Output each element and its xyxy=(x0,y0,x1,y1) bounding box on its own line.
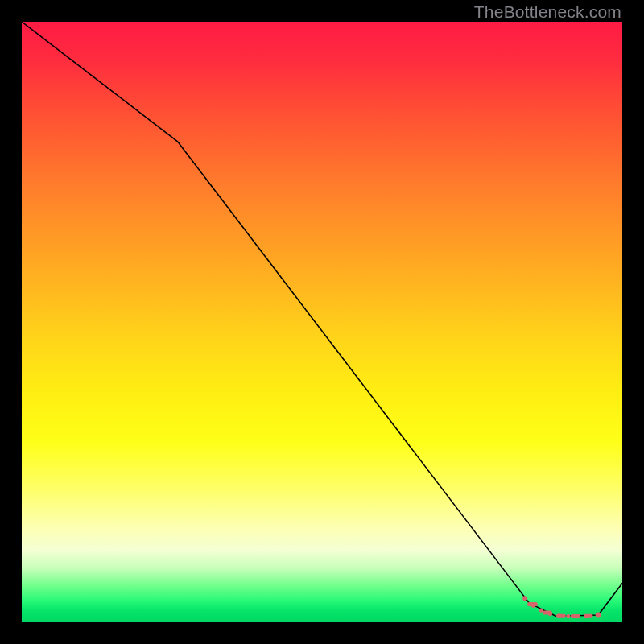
highlight-dash xyxy=(527,602,538,606)
highlight-bars xyxy=(527,602,592,618)
chart-plot-area xyxy=(22,22,622,622)
highlight-dot xyxy=(548,612,552,616)
highlight-dash xyxy=(571,614,580,618)
highlight-dot xyxy=(539,608,543,612)
highlight-dash xyxy=(556,614,566,618)
highlight-dot xyxy=(566,614,570,618)
chart-stage: TheBottleneck.com xyxy=(0,0,644,644)
highlight-dot xyxy=(557,613,561,617)
highlight-dot xyxy=(596,613,601,618)
bottleneck-curve xyxy=(22,22,622,617)
highlight-dash xyxy=(584,614,592,618)
watermark-text: TheBottleneck.com xyxy=(474,2,621,22)
marker-layer xyxy=(22,22,622,622)
highlight-dash xyxy=(543,611,552,615)
highlight-dot xyxy=(584,614,588,618)
highlight-dot xyxy=(531,603,536,608)
highlight-markers xyxy=(522,596,601,618)
highlight-dot xyxy=(575,614,579,618)
curve-layer xyxy=(22,22,622,622)
highlight-dot xyxy=(522,596,527,601)
